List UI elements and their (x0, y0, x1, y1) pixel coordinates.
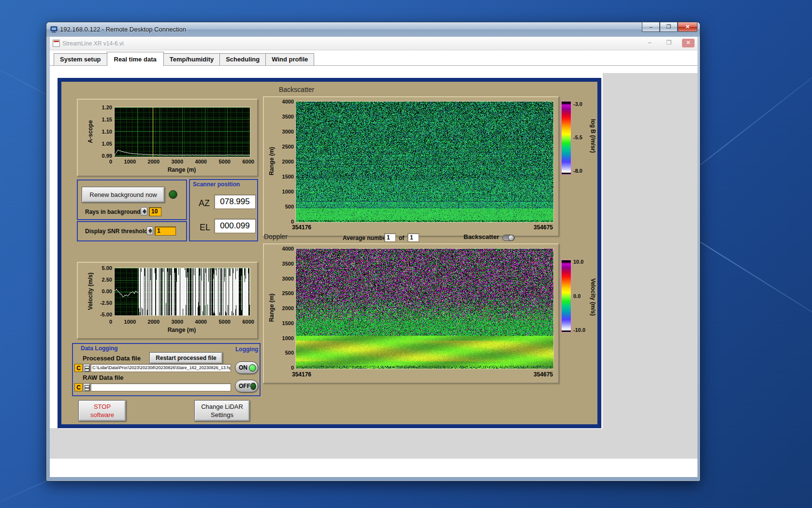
tab-system-setup[interactable]: System setup (54, 53, 107, 65)
el-value-field[interactable]: 000.099 (214, 219, 256, 233)
doppler-title: Doppler (264, 233, 288, 240)
el-label: EL (200, 223, 210, 233)
doppler-ylabel: Range (m) (268, 281, 275, 334)
snr-threshold-label: Display SNR threshold (85, 228, 147, 235)
velocity-graph: 5.002.500.00-2.50-5.00 Velocity (m/s) 01… (77, 262, 258, 339)
raw-data-file-label: RAW Data file (83, 374, 124, 381)
snr-threshold-group: Display SNR threshold 1 (77, 221, 187, 241)
snr-spinner[interactable] (146, 226, 153, 235)
off-led (250, 383, 256, 390)
ascope-x-ticks: 0100020003000400050006000 (109, 159, 254, 164)
velocity-xlabel: Range (m) (114, 327, 249, 333)
change-lidar-settings-button[interactable]: Change LiDAR Settings (194, 400, 250, 421)
front-panel: 1.201.151.101.050.99 A-scope 01000200030… (58, 78, 601, 428)
restart-processed-file-button[interactable]: Restart processed file (149, 352, 223, 364)
logging-label: Logging (235, 346, 258, 353)
backscatter-colorbar-tick: -8.0 (573, 168, 593, 174)
backscatter-colorbar-tick: -3.0 (573, 101, 593, 107)
vi-close-button[interactable]: ✕ (682, 39, 695, 47)
backscatter-x-end: 354675 (514, 224, 553, 231)
desktop-background: 192.168.0.122 - Remote Desktop Connectio… (0, 0, 812, 508)
doppler-colorbar (561, 260, 571, 332)
tab-real-time-data[interactable]: Real time data (107, 52, 164, 66)
backscatter-y-ticks: 40003500300025002000150010005000 (276, 99, 294, 224)
rdp-maximize-button[interactable]: ❐ (660, 22, 678, 32)
vi-icon (53, 40, 60, 47)
az-value-field[interactable]: 078.995 (214, 194, 256, 209)
vi-bg-bottom (50, 428, 697, 459)
off-label: OFF (239, 383, 250, 389)
drive-letter-box[interactable]: C (74, 364, 83, 372)
data-logging-title: Data Logging (81, 345, 118, 352)
of-count-field[interactable]: 1 (407, 233, 419, 242)
doppler-graph: 40003500300025002000150010005000 Range (… (263, 243, 559, 384)
velocity-plot-canvas (114, 268, 250, 316)
renew-background-button[interactable]: Renew background now (82, 187, 165, 203)
doppler-x-end: 354675 (514, 371, 553, 378)
average-number-label: Average number (343, 235, 388, 241)
stop-software-line2: software (90, 411, 114, 419)
doppler-colorbar-tick: 10.0 (573, 259, 593, 265)
stop-software-button[interactable]: STOP software (78, 400, 126, 421)
vi-titlebar[interactable]: StreamLine XR v14-6.vi – ❐ ✕ (50, 37, 697, 50)
rdp-close-button[interactable]: ✕ (678, 22, 697, 32)
vi-background: 1.201.151.101.050.99 A-scope 01000200030… (50, 66, 697, 459)
scanner-position-group: Scanner position AZ 078.995 EL 000.099 (189, 179, 258, 241)
backscatter-toggle[interactable] (502, 235, 515, 241)
backscatter-plot-canvas (295, 101, 554, 223)
vi-bg-right (603, 73, 697, 459)
change-lidar-line1: Change LiDAR (201, 403, 243, 411)
rays-spinner[interactable] (141, 207, 147, 216)
backscatter-x-start: 354176 (292, 224, 311, 231)
remote-session: StreamLine XR v14-6.vi – ❐ ✕ System setu… (50, 37, 697, 477)
rays-value-field[interactable]: 10 (149, 207, 161, 216)
raw-path-field[interactable] (90, 383, 231, 391)
scanner-position-title: Scanner position (193, 181, 240, 188)
processed-path-field[interactable]: C:\Lidar\Data\Proc\2023\202308\20230826\… (90, 364, 231, 372)
ascope-graph: 1.201.151.101.050.99 A-scope 01000200030… (77, 99, 258, 177)
processed-data-file-label: Processed Data file (83, 355, 141, 362)
ascope-plot-canvas (114, 107, 250, 157)
velocity-x-ticks: 0100020003000400050006000 (109, 319, 254, 325)
path-browse-icon[interactable] (83, 383, 90, 391)
on-label: ON (239, 364, 247, 371)
logging-on-button[interactable]: ON (235, 361, 258, 374)
path-browse-icon[interactable] (83, 364, 90, 372)
backscatter-graph: 40003500300025002000150010005000 Range (… (263, 96, 559, 237)
change-lidar-line2: Settings (211, 411, 233, 419)
backscatter-title: Backscatter (279, 86, 314, 93)
doppler-colorbar-tick: -10.0 (573, 327, 593, 333)
drive-letter-box[interactable]: C (74, 383, 83, 391)
renew-background-led (169, 190, 177, 199)
snr-value-field[interactable]: 1 (155, 226, 176, 236)
backscatter-colorbar (561, 101, 571, 175)
ascope-xlabel: Range (m) (114, 166, 249, 173)
vi-restore-button[interactable]: ❐ (663, 39, 675, 47)
tab-temp-humidity[interactable]: Temp/humidity (163, 53, 220, 65)
rdp-window: 192.168.0.122 - Remote Desktop Connectio… (46, 22, 700, 481)
stop-software-line1: STOP (94, 403, 111, 411)
logging-off-button[interactable]: OFF (235, 380, 258, 392)
ascope-ylabel: A-scope (87, 105, 94, 158)
rdp-icon (50, 26, 58, 33)
backscatter-colorbar-label: log B (/m/sr) (590, 109, 596, 163)
vi-minimize-button[interactable]: – (643, 39, 656, 47)
tab-scheduling[interactable]: Scheduling (219, 53, 266, 65)
tab-wind-profile[interactable]: Wind profile (265, 53, 314, 65)
az-label: AZ (199, 198, 210, 209)
backscatter-toggle-label: Backscatter (464, 233, 499, 240)
doppler-x-start: 354176 (292, 371, 311, 378)
on-led (249, 364, 256, 372)
backscatter-ylabel: Range (m) (268, 134, 275, 188)
vi-window-title: StreamLine XR v14-6.vi (62, 40, 124, 47)
tab-strip: System setup Real time data Temp/humidit… (50, 50, 697, 66)
rdp-titlebar[interactable]: 192.168.0.122 - Remote Desktop Connectio… (46, 22, 700, 37)
doppler-colorbar-label: Velocity (m/s) (590, 270, 596, 324)
data-logging-group: Data Logging Logging Processed Data file… (72, 343, 261, 396)
doppler-y-ticks: 40003500300025002000150010005000 (276, 246, 294, 371)
velocity-ylabel: Velocity (m/s) (87, 265, 94, 318)
average-number-field[interactable]: 1 (384, 233, 396, 242)
of-label: of (399, 235, 404, 241)
rdp-minimize-button[interactable]: – (642, 22, 660, 32)
renew-background-group: Renew background now Rays in background … (77, 179, 187, 220)
